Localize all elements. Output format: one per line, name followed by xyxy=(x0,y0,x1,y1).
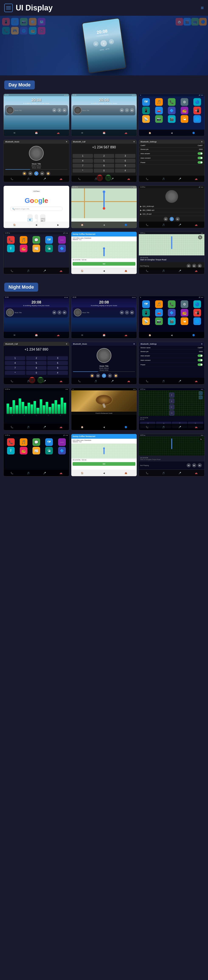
apts-icon-sm[interactable]: 🎤 xyxy=(177,222,182,228)
home-icon-g[interactable]: 🏠 xyxy=(12,222,17,228)
home-icon-map[interactable]: 🏠 xyxy=(80,222,85,228)
back-icon-coffee[interactable]: ◀ xyxy=(101,268,107,273)
bt-settings-close[interactable]: ✕ xyxy=(201,141,203,143)
phone-icon-s[interactable]: 📞 xyxy=(145,176,150,181)
music-icon-sm[interactable]: 🎵 xyxy=(161,222,166,228)
dial-1[interactable]: 1 xyxy=(72,154,93,158)
dial-hash[interactable]: # xyxy=(115,169,136,173)
night-next-2[interactable]: ⏭ xyxy=(130,310,134,315)
night-apts-np[interactable]: 🎤 xyxy=(177,471,182,476)
next-btn-2[interactable]: ⏭ xyxy=(130,108,134,112)
apts-icon-2[interactable]: 📅 xyxy=(101,130,107,135)
night-dial-7[interactable]: 7 xyxy=(5,366,25,370)
night-apts-al[interactable]: 🎤 xyxy=(42,471,47,476)
night-music-eq[interactable]: 🎵 xyxy=(26,425,31,430)
apts-icon-s[interactable]: 🎤 xyxy=(177,176,182,181)
playlist-item-1[interactable]: ▶ 社乐_19199.mp3 xyxy=(139,205,204,208)
night-music-player-1[interactable]: Music Title ⏮ ⏸ ⏭ xyxy=(5,307,68,318)
night-app-phone[interactable]: 📞 xyxy=(168,300,175,308)
night-apts-c[interactable]: 🎤 xyxy=(42,379,47,383)
night-np-next[interactable]: ⏭ xyxy=(198,463,202,468)
email-icon[interactable]: ✉ xyxy=(12,130,17,135)
night-app-bt[interactable]: 🔵 xyxy=(193,300,201,308)
email-icon-2[interactable]: ✉ xyxy=(80,130,85,135)
night-repeat[interactable]: 🔁 xyxy=(114,374,118,378)
night-back-coffee[interactable]: ◀ xyxy=(101,471,107,476)
app-icon-cam[interactable]: 📷 xyxy=(155,115,163,123)
night-app-other-l[interactable]: 🔷 xyxy=(58,447,66,455)
night-phone-np[interactable]: 📞 xyxy=(145,471,150,476)
night-dial-8[interactable]: 8 xyxy=(26,366,46,370)
night-dial-2[interactable]: 2 xyxy=(26,356,46,360)
night-auto-s[interactable]: 🚗 xyxy=(194,379,199,383)
night-go-button[interactable]: GO xyxy=(72,462,136,466)
night-dial-hash[interactable]: # xyxy=(47,371,68,375)
night-compass[interactable]: N xyxy=(199,438,203,441)
app-music-day[interactable]: 🎵 xyxy=(20,236,27,244)
night-music-r[interactable]: 🎵 xyxy=(161,425,166,430)
night-shuffle[interactable]: 🔀 xyxy=(90,374,94,378)
bt-icon-map[interactable]: 🔵 xyxy=(123,222,128,228)
dial-3[interactable]: 3 xyxy=(115,154,136,158)
forward-icon-g[interactable]: ▶ xyxy=(56,222,61,228)
night-dial-1[interactable]: 1 xyxy=(5,356,25,360)
night-music-player-2[interactable]: Music Title ⏮ ⏸ ⏭ xyxy=(72,307,136,318)
app-icon-media[interactable]: 🎬 xyxy=(168,115,175,123)
night-power-toggle[interactable] xyxy=(198,363,203,366)
app-icon-bt2[interactable]: 🔷 xyxy=(168,107,175,114)
auto-answer-toggle[interactable] xyxy=(198,152,203,155)
share-icon-coffee[interactable]: 📤 xyxy=(123,268,128,273)
social-next[interactable]: ⏭ xyxy=(175,217,180,221)
night-play[interactable]: ⏸ xyxy=(102,374,106,378)
dial-2[interactable]: 2 xyxy=(94,154,114,158)
google-search-bar[interactable]: 🔍 Search or type URL xyxy=(10,207,63,211)
app-icon-wifi[interactable]: 📡 xyxy=(142,115,150,123)
home-icon-coffee[interactable]: 🏠 xyxy=(80,268,85,273)
auto-icon-c[interactable]: 🚗 xyxy=(126,176,131,181)
night-app-radio-l[interactable]: 📻 xyxy=(20,447,27,455)
apts-icon-c[interactable]: 🎤 xyxy=(110,176,115,181)
night-phone-al[interactable]: 📞 xyxy=(9,471,14,476)
night-app-news-l[interactable]: 📰 xyxy=(33,447,40,455)
night-apts-r[interactable]: 🎤 xyxy=(177,425,182,430)
night-prev-1[interactable]: ⏮ xyxy=(52,310,57,315)
repeat-btn[interactable]: 🔁 xyxy=(46,171,50,176)
night-app-wifi[interactable]: 📡 xyxy=(142,317,150,325)
night-zoom-in[interactable]: + xyxy=(199,391,202,395)
bt-music-close[interactable]: ✕ xyxy=(66,141,68,143)
night-auto-np[interactable]: 🚗 xyxy=(194,471,199,476)
next-button[interactable]: ⏭ xyxy=(109,39,114,45)
app-icon-music[interactable]: 🎵 xyxy=(155,98,163,106)
dial-5[interactable]: 5 xyxy=(94,159,114,163)
music-icon[interactable]: 🎵 xyxy=(26,176,31,181)
app-icon-browse[interactable]: 🌐 xyxy=(193,115,201,123)
night-dial-6[interactable]: 6 xyxy=(47,361,68,365)
night-prev-2[interactable]: ⏮ xyxy=(120,310,124,315)
music-player-2[interactable]: Music Title ⏮ ⏸ ⏭ xyxy=(72,105,136,115)
auto-connect-toggle[interactable] xyxy=(198,157,203,159)
night-app-apps[interactable]: 📲 xyxy=(193,309,201,317)
night-back-3[interactable]: ◀ xyxy=(169,332,174,337)
night-app-music-l[interactable]: 🎵 xyxy=(20,438,27,446)
dial-7[interactable]: 7 xyxy=(72,164,93,168)
night-home-f[interactable]: 🏠 xyxy=(80,425,85,430)
night-prev[interactable]: ⏮ xyxy=(96,374,100,378)
prev-button[interactable]: ⏮ xyxy=(93,41,99,47)
night-play-1[interactable]: ⏸ xyxy=(57,310,61,315)
night-dial-star[interactable]: * xyxy=(5,371,25,375)
night-email-1[interactable]: ✉ xyxy=(12,332,17,337)
app-icon-car[interactable]: 🚗 xyxy=(155,107,163,114)
night-apts-s[interactable]: 🎤 xyxy=(177,379,182,383)
app-maps-day[interactable]: 🗺 xyxy=(45,236,53,244)
night-app-browse[interactable]: 🌐 xyxy=(193,317,201,325)
home-icon[interactable]: 🏠 xyxy=(147,130,152,135)
app-radio-day[interactable]: 📻 xyxy=(20,245,27,252)
app-icon-radio[interactable]: 📻 xyxy=(181,107,188,114)
music-icon-s[interactable]: 🎵 xyxy=(161,176,166,181)
night-auto-c[interactable]: 🚗 xyxy=(58,379,63,383)
apts-icon-m[interactable]: 🎤 xyxy=(42,176,47,181)
dial-star[interactable]: * xyxy=(72,169,93,173)
back-icon-g[interactable]: ◀ xyxy=(34,222,39,228)
next-btn-1[interactable]: ⏭ xyxy=(62,108,67,112)
music-icon-np[interactable]: 🎵 xyxy=(161,268,166,273)
